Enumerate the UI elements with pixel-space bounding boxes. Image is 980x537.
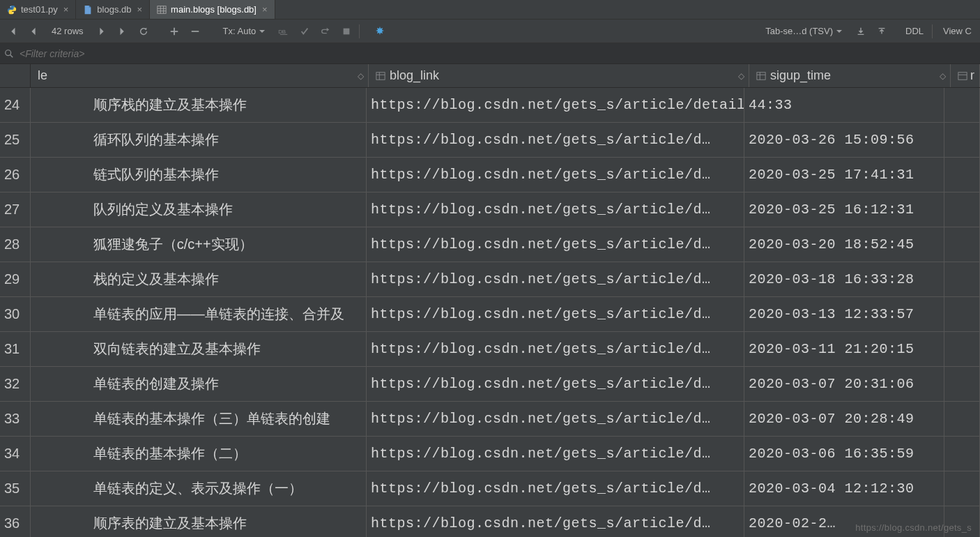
row-number[interactable]: 27 xyxy=(0,192,31,227)
cell-title[interactable]: 链式队列的基本操作 xyxy=(31,158,367,192)
table-row[interactable]: 30单链表的应用——单链表的连接、合并及https://blog.csdn.ne… xyxy=(0,297,980,332)
prev-page-icon[interactable] xyxy=(25,23,42,40)
cell-bloglink[interactable]: https://blog.csdn.net/gets_s/article/d… xyxy=(367,123,744,157)
view-query-button[interactable]: View C xyxy=(939,26,976,36)
row-number[interactable]: 26 xyxy=(0,158,31,192)
row-number[interactable]: 32 xyxy=(0,367,31,401)
close-icon[interactable]: × xyxy=(62,5,70,14)
cell-title[interactable]: 单链表的基本操作（二） xyxy=(31,437,367,471)
cell-rest[interactable] xyxy=(944,367,980,401)
column-header-siguptime[interactable]: sigup_time ◇ xyxy=(749,64,951,87)
sort-icon[interactable]: ◇ xyxy=(940,71,946,81)
filter-input[interactable] xyxy=(20,48,976,59)
column-header-rest[interactable]: r xyxy=(951,64,980,87)
close-icon[interactable]: × xyxy=(261,5,269,14)
next-page-icon[interactable] xyxy=(93,23,110,40)
cell-siguptime[interactable]: 44:33 xyxy=(744,88,944,122)
ddl-button[interactable]: DDL xyxy=(901,26,928,36)
cell-title[interactable]: 双向链表的建立及基本操作 xyxy=(31,332,367,366)
cell-bloglink[interactable]: https://blog.csdn.net/gets_s/article/d… xyxy=(367,262,744,296)
table-row[interactable]: 24顺序栈的建立及基本操作https://blog.csdn.net/gets_… xyxy=(0,88,980,123)
row-number[interactable]: 28 xyxy=(0,227,31,262)
stop-icon[interactable] xyxy=(338,23,355,40)
cell-siguptime[interactable]: 2020-03-13 12:33:57 xyxy=(744,297,944,331)
cell-title[interactable]: 栈的定义及基本操作 xyxy=(31,262,367,296)
row-number[interactable]: 31 xyxy=(0,332,31,366)
table-row[interactable]: 32单链表的创建及操作https://blog.csdn.net/gets_s/… xyxy=(0,367,980,402)
first-page-icon[interactable] xyxy=(4,23,21,40)
cell-siguptime[interactable]: 2020-03-20 18:52:45 xyxy=(744,227,944,262)
row-number[interactable]: 25 xyxy=(0,123,31,157)
cell-rest[interactable] xyxy=(944,471,980,506)
row-number[interactable]: 35 xyxy=(0,471,31,506)
table-row[interactable]: 28狐狸逮兔子（c/c++实现）https://blog.csdn.net/ge… xyxy=(0,227,980,262)
cell-rest[interactable] xyxy=(944,332,980,366)
cell-bloglink[interactable]: https://blog.csdn.net/gets_s/article/d… xyxy=(367,227,744,262)
cell-bloglink[interactable]: https://blog.csdn.net/gets_s/article/d… xyxy=(367,471,744,506)
row-number[interactable]: 33 xyxy=(0,402,31,436)
export-format-select[interactable]: Tab-se…d (TSV) xyxy=(760,26,848,36)
last-page-icon[interactable] xyxy=(114,23,131,40)
add-row-icon[interactable] xyxy=(166,23,183,40)
table-row[interactable]: 26链式队列的基本操作https://blog.csdn.net/gets_s/… xyxy=(0,158,980,192)
table-row[interactable]: 34单链表的基本操作（二）https://blog.csdn.net/gets_… xyxy=(0,437,980,471)
upload-icon[interactable] xyxy=(873,23,890,40)
search-icon[interactable] xyxy=(4,49,14,59)
table-row[interactable]: 29栈的定义及基本操作https://blog.csdn.net/gets_s/… xyxy=(0,262,980,297)
refresh-icon[interactable] xyxy=(135,23,152,40)
cell-rest[interactable] xyxy=(944,297,980,331)
cell-rest[interactable] xyxy=(944,192,980,227)
cell-siguptime[interactable]: 2020-03-04 12:12:30 xyxy=(744,471,944,506)
cell-siguptime[interactable]: 2020-03-06 16:35:59 xyxy=(744,437,944,471)
table-row[interactable]: 25循环队列的基本操作https://blog.csdn.net/gets_s/… xyxy=(0,123,980,158)
cell-title[interactable]: 顺序表的建立及基本操作 xyxy=(31,506,367,537)
cell-siguptime[interactable]: 2020-03-07 20:31:06 xyxy=(744,367,944,401)
cell-title[interactable]: 狐狸逮兔子（c/c++实现） xyxy=(31,227,367,262)
table-row[interactable]: 36顺序表的建立及基本操作https://blog.csdn.net/gets_… xyxy=(0,506,980,537)
cell-bloglink[interactable]: https://blog.csdn.net/gets_s/article/d… xyxy=(367,192,744,227)
cell-bloglink[interactable]: https://blog.csdn.net/gets_s/article/d… xyxy=(367,506,744,537)
tx-mode-select[interactable]: Tx: Auto xyxy=(217,26,272,36)
delete-row-icon[interactable] xyxy=(187,23,204,40)
cell-rest[interactable] xyxy=(944,123,980,157)
cell-rest[interactable] xyxy=(944,227,980,262)
column-header-title[interactable]: le ◇ xyxy=(31,64,369,87)
cell-siguptime[interactable]: 2020-03-25 17:41:31 xyxy=(744,158,944,192)
row-number[interactable]: 34 xyxy=(0,437,31,471)
cell-title[interactable]: 单链表的定义、表示及操作（一） xyxy=(31,471,367,506)
table-row[interactable]: 31双向链表的建立及基本操作https://blog.csdn.net/gets… xyxy=(0,332,980,367)
view-settings-icon[interactable] xyxy=(372,23,388,40)
cell-title[interactable]: 单链表的应用——单链表的连接、合并及 xyxy=(31,297,367,331)
cell-siguptime[interactable]: 2020-03-25 16:12:31 xyxy=(744,192,944,227)
cell-siguptime[interactable]: 2020-03-26 15:09:56 xyxy=(744,123,944,157)
row-number[interactable]: 30 xyxy=(0,297,31,331)
table-row[interactable]: 35单链表的定义、表示及操作（一）https://blog.csdn.net/g… xyxy=(0,471,980,506)
cell-bloglink[interactable]: https://blog.csdn.net/gets_s/article/d… xyxy=(367,367,744,401)
cell-bloglink[interactable]: https://blog.csdn.net/gets_s/article/d… xyxy=(367,297,744,331)
column-header-bloglink[interactable]: blog_link ◇ xyxy=(369,64,749,87)
db-transaction-icon[interactable]: DB xyxy=(275,23,292,40)
cell-title[interactable]: 队列的定义及基本操作 xyxy=(31,192,367,227)
cell-rest[interactable] xyxy=(944,88,980,122)
cell-bloglink[interactable]: https://blog.csdn.net/gets_s/article/d… xyxy=(367,332,744,366)
cell-title[interactable]: 循环队列的基本操作 xyxy=(31,123,367,157)
cell-bloglink[interactable]: https://blog.csdn.net/gets_s/article/det… xyxy=(367,88,744,122)
cell-rest[interactable] xyxy=(944,262,980,296)
commit-icon[interactable] xyxy=(296,23,313,40)
tab-blogsdb[interactable]: blogs.db × xyxy=(76,0,150,19)
cell-title[interactable]: 顺序栈的建立及基本操作 xyxy=(31,88,367,122)
table-row[interactable]: 33单链表的基本操作（三）单链表的创建https://blog.csdn.net… xyxy=(0,402,980,437)
sort-icon[interactable]: ◇ xyxy=(738,71,744,81)
cell-siguptime[interactable]: 2020-03-18 16:33:28 xyxy=(744,262,944,296)
cell-rest[interactable] xyxy=(944,158,980,192)
cell-rest[interactable] xyxy=(944,437,980,471)
row-number[interactable]: 24 xyxy=(0,88,31,122)
download-icon[interactable] xyxy=(852,23,869,40)
cell-bloglink[interactable]: https://blog.csdn.net/gets_s/article/d… xyxy=(367,402,744,436)
cell-title[interactable]: 单链表的基本操作（三）单链表的创建 xyxy=(31,402,367,436)
tab-test01[interactable]: test01.py × xyxy=(0,0,76,19)
cell-rest[interactable] xyxy=(944,402,980,436)
cell-bloglink[interactable]: https://blog.csdn.net/gets_s/article/d… xyxy=(367,437,744,471)
cell-siguptime[interactable]: 2020-03-11 21:20:15 xyxy=(744,332,944,366)
cell-title[interactable]: 单链表的创建及操作 xyxy=(31,367,367,401)
